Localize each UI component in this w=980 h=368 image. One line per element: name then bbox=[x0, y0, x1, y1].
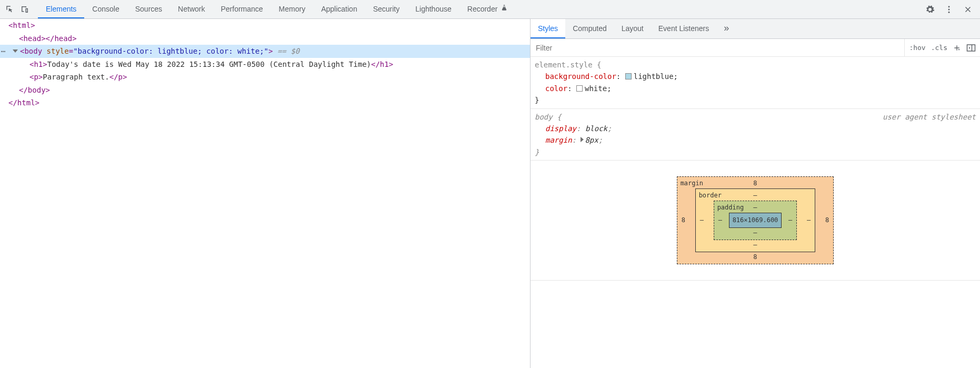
tab-memory[interactable]: Memory bbox=[271, 0, 314, 18]
tab-application[interactable]: Application bbox=[313, 0, 365, 18]
margin-left-value[interactable]: 8 bbox=[682, 215, 685, 225]
margin-top-value[interactable]: 8 bbox=[753, 178, 757, 188]
tab-sources[interactable]: Sources bbox=[127, 0, 170, 18]
device-toggle-icon[interactable] bbox=[20, 5, 29, 14]
margin-bottom-value[interactable]: 8 bbox=[753, 252, 757, 262]
expand-shorthand-icon[interactable] bbox=[581, 137, 584, 142]
side-tab-computed[interactable]: Computed bbox=[565, 19, 614, 38]
tab-console[interactable]: Console bbox=[84, 0, 127, 18]
dom-html-close[interactable]: </html> bbox=[0, 96, 530, 110]
side-tab-layout[interactable]: Layout bbox=[614, 19, 651, 38]
svg-point-2 bbox=[948, 11, 950, 13]
rule-element-style[interactable]: element.style { background-color: lightb… bbox=[531, 57, 980, 109]
dom-body-close[interactable]: </body> bbox=[0, 84, 530, 97]
color-swatch-icon[interactable] bbox=[576, 85, 583, 92]
settings-icon[interactable] bbox=[925, 5, 935, 14]
styles-filter-input[interactable] bbox=[531, 39, 904, 56]
padding-left-value[interactable]: – bbox=[718, 215, 722, 225]
border-label: border bbox=[699, 191, 722, 201]
side-tab-more-icon[interactable]: » bbox=[716, 19, 736, 38]
close-icon[interactable] bbox=[963, 5, 973, 14]
dom-p[interactable]: <p>Paragraph text.</p> bbox=[0, 71, 530, 84]
styles-rules: element.style { background-color: lightb… bbox=[531, 57, 980, 281]
main-split: <html> <head></head> <body style="backgr… bbox=[0, 19, 980, 368]
padding-bottom-value[interactable]: – bbox=[753, 228, 757, 238]
inspect-icon[interactable] bbox=[5, 5, 15, 14]
border-right-value[interactable]: – bbox=[807, 215, 811, 225]
expand-arrow-icon[interactable] bbox=[13, 49, 18, 53]
tab-lighthouse[interactable]: Lighthouse bbox=[407, 0, 459, 18]
border-left-value[interactable]: – bbox=[700, 215, 704, 225]
tab-performance[interactable]: Performance bbox=[213, 0, 271, 18]
main-tabs: Elements Console Sources Network Perform… bbox=[35, 0, 918, 18]
dom-head[interactable]: <head></head> bbox=[0, 32, 530, 45]
new-rule-icon[interactable] bbox=[953, 44, 961, 52]
svg-point-1 bbox=[948, 8, 950, 10]
cls-toggle[interactable]: .cls bbox=[931, 44, 947, 52]
dollar-zero-indicator: == $0 bbox=[273, 47, 299, 55]
styles-sidebar: Styles Computed Layout Event Listeners »… bbox=[530, 19, 980, 368]
dom-body-open[interactable]: <body style="background-color: lightblue… bbox=[0, 45, 530, 58]
padding-right-value[interactable]: – bbox=[788, 215, 792, 225]
toolbar-right-controls bbox=[918, 0, 980, 18]
side-tab-styles[interactable]: Styles bbox=[531, 19, 565, 38]
box-model[interactable]: margin 8 8 8 8 border – – – – padding bbox=[531, 161, 980, 281]
devtools-toolbar: Elements Console Sources Network Perform… bbox=[0, 0, 980, 19]
side-tab-event-listeners[interactable]: Event Listeners bbox=[651, 19, 717, 38]
border-top-value[interactable]: – bbox=[753, 191, 757, 201]
tab-elements[interactable]: Elements bbox=[38, 0, 84, 18]
kebab-menu-icon[interactable] bbox=[944, 5, 954, 14]
sidebar-tabs: Styles Computed Layout Event Listeners » bbox=[531, 19, 980, 39]
toggle-panel-icon[interactable] bbox=[966, 44, 976, 52]
tab-network[interactable]: Network bbox=[170, 0, 213, 18]
dom-html-open[interactable]: <html> bbox=[0, 19, 530, 32]
dom-h1[interactable]: <h1>Today's date is Wed May 18 2022 15:1… bbox=[0, 58, 530, 71]
svg-rect-3 bbox=[967, 45, 975, 51]
toolbar-left-controls bbox=[0, 0, 35, 18]
content-dimensions[interactable]: 816×1069.600 bbox=[729, 213, 782, 228]
padding-top-value[interactable]: – bbox=[753, 203, 757, 213]
rule-body-ua[interactable]: user agent stylesheet body { display: bl… bbox=[531, 109, 980, 161]
padding-label: padding bbox=[717, 203, 744, 213]
margin-right-value[interactable]: 8 bbox=[825, 215, 829, 225]
border-bottom-value[interactable]: – bbox=[753, 240, 757, 250]
flask-icon bbox=[501, 4, 508, 13]
margin-label: margin bbox=[681, 178, 703, 188]
filter-toggles: :hov .cls bbox=[904, 39, 980, 56]
tab-recorder[interactable]: Recorder bbox=[459, 0, 516, 18]
ua-stylesheet-label: user agent stylesheet bbox=[883, 111, 976, 123]
color-swatch-icon[interactable] bbox=[625, 73, 632, 79]
hov-toggle[interactable]: :hov bbox=[909, 44, 925, 52]
tab-security[interactable]: Security bbox=[365, 0, 408, 18]
svg-point-0 bbox=[948, 6, 950, 7]
styles-filter-bar: :hov .cls bbox=[531, 39, 980, 57]
elements-dom-tree[interactable]: <html> <head></head> <body style="backgr… bbox=[0, 19, 530, 368]
